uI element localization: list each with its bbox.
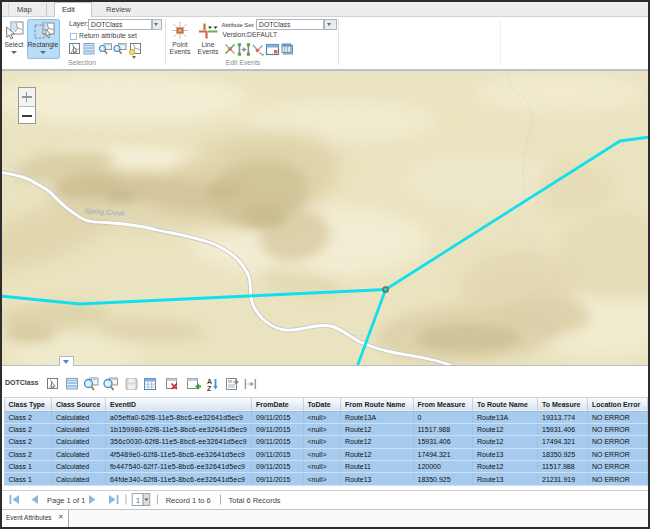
svg-text:Z: Z [207,385,212,392]
svg-text:Page 1 of 1: Page 1 of 1 [47,496,85,505]
svg-text:Total 6 Records: Total 6 Records [229,496,281,505]
svg-text:1: 1 [136,497,140,504]
svg-text:Record 1 to 6: Record 1 to 6 [166,496,211,505]
